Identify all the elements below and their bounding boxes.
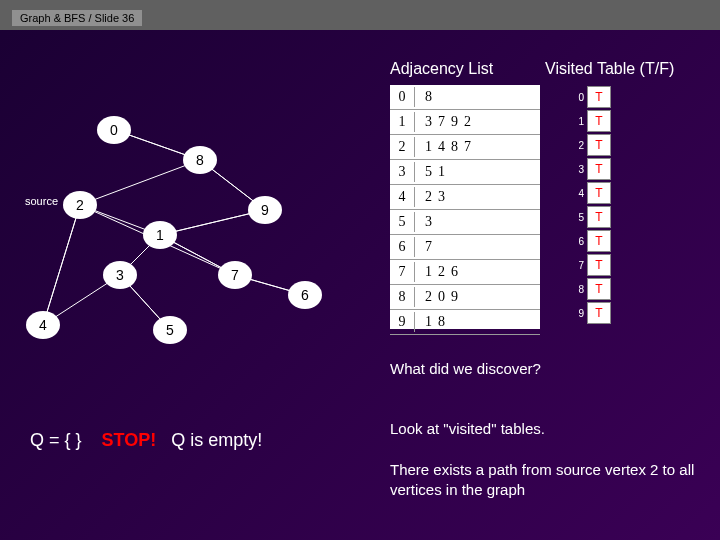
vt-row: 6T	[570, 229, 611, 253]
node-2: 2	[63, 191, 97, 219]
queue-braces: { }	[65, 430, 82, 450]
slide-header: Graph & BFS / Slide 36	[12, 10, 142, 26]
vt-row: 2T	[570, 133, 611, 157]
vt-row: 1T	[570, 109, 611, 133]
source-label: source	[25, 195, 58, 207]
adj-row: 918	[390, 310, 540, 335]
node-6: 6	[288, 281, 322, 309]
node-8: 8	[183, 146, 217, 174]
svg-line-1	[80, 160, 200, 205]
adj-row: 13792	[390, 110, 540, 135]
adj-row: 423	[390, 185, 540, 210]
vt-row: 9T	[570, 301, 611, 325]
queue-line: Q = { } STOP! Q is empty!	[30, 430, 262, 451]
adjacency-title: Adjacency List	[390, 60, 493, 78]
graph-edges	[25, 100, 355, 370]
node-0: 0	[97, 116, 131, 144]
adj-row: 21487	[390, 135, 540, 160]
visited-table: 0T 1T 2T 3T 4T 5T 6T 7T 8T 9T	[570, 85, 611, 325]
adj-row: 53	[390, 210, 540, 235]
node-3: 3	[103, 261, 137, 289]
visited-title: Visited Table (T/F)	[545, 60, 674, 78]
discover-text: What did we discover?	[390, 360, 541, 377]
adjacency-list: 08 13792 21487 351 423 53 67 7126 8209 9…	[390, 85, 540, 329]
adj-row: 7126	[390, 260, 540, 285]
vt-row: 8T	[570, 277, 611, 301]
node-7: 7	[218, 261, 252, 289]
queue-msg: Q is empty!	[171, 430, 262, 450]
queue-stop: STOP!	[102, 430, 157, 450]
node-4: 4	[26, 311, 60, 339]
adj-row: 351	[390, 160, 540, 185]
graph-diagram: 0 8 2 9 1 3 7 4 5 6 source	[25, 100, 355, 360]
vt-row: 0T	[570, 85, 611, 109]
node-9: 9	[248, 196, 282, 224]
adj-row: 8209	[390, 285, 540, 310]
adj-row: 67	[390, 235, 540, 260]
vt-row: 7T	[570, 253, 611, 277]
node-5: 5	[153, 316, 187, 344]
vt-row: 3T	[570, 157, 611, 181]
node-1: 1	[143, 221, 177, 249]
vt-row: 5T	[570, 205, 611, 229]
adj-row: 08	[390, 85, 540, 110]
vt-row: 4T	[570, 181, 611, 205]
look-text: Look at "visited" tables.	[390, 420, 545, 437]
queue-prefix: Q =	[30, 430, 60, 450]
svg-line-14	[43, 205, 80, 325]
exists-text: There exists a path from source vertex 2…	[390, 460, 700, 499]
